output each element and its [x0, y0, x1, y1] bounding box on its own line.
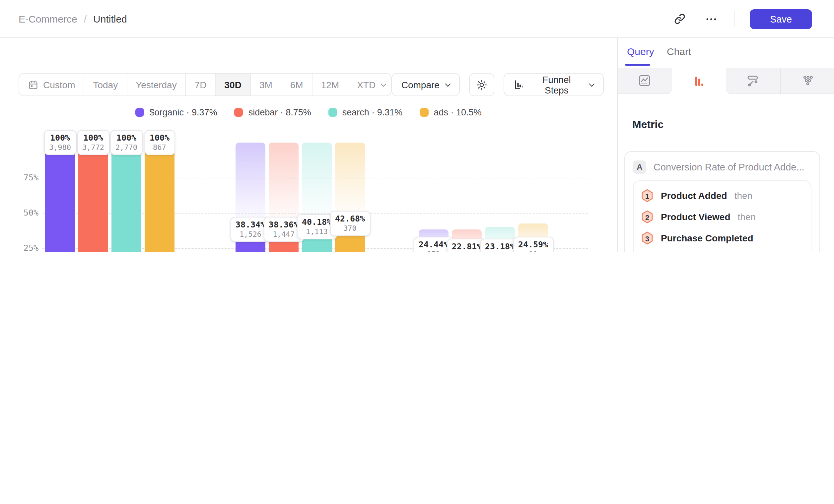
sidebar-tabs: Query Chart: [618, 38, 834, 68]
active-tab-underline: [625, 64, 650, 66]
bar-slot: 23.18%258: [485, 143, 515, 252]
plot-area: 100%3,980100%3,772100%2,770100%86738.34%…: [45, 143, 596, 252]
metric-card: A Conversion Rate of Product Adde... 1 P…: [624, 151, 820, 252]
funnel-step-group-2: 38.34%1,52638.36%1,44740.18%1,11342.68%3…: [236, 143, 365, 252]
funnel-step-group-1: 100%3,980100%3,772100%2,770100%867: [45, 143, 175, 252]
vertical-divider: [734, 11, 735, 27]
bar-slot: 100%2,770: [111, 143, 141, 252]
main-panel: Custom Today Yesterday 7D 30D 3M 6M 12M …: [0, 38, 617, 252]
tab-journeys[interactable]: [726, 68, 780, 94]
page-title[interactable]: Untitled: [93, 13, 127, 25]
funnel-step-2[interactable]: 2 Product Viewed then: [641, 210, 756, 224]
y-tick: 50%: [9, 208, 39, 217]
funnel-step-group-3: 24.44%37322.81%33023.18%25824.59%91: [419, 143, 548, 252]
bar-slot: 24.59%91: [518, 143, 548, 252]
bar-slot: 100%867: [145, 143, 175, 252]
step-number-badge: 1: [641, 189, 654, 202]
link-icon: [673, 13, 686, 25]
bar-value-label: 42.68%370: [330, 211, 370, 236]
metric-section-title: Metric: [632, 119, 663, 131]
bar-slot: 100%3,772: [78, 143, 108, 252]
more-options-button[interactable]: [703, 10, 720, 27]
bar-slot: 38.36%1,447: [269, 143, 299, 252]
save-button[interactable]: Save: [750, 9, 812, 29]
breadcrumb-separator: /: [84, 13, 87, 25]
funnel-bar-ads[interactable]: [145, 143, 175, 252]
y-tick: 75%: [9, 173, 39, 182]
breadcrumb-project[interactable]: E-Commerce: [19, 13, 77, 25]
share-link-button[interactable]: [671, 10, 688, 27]
ellipsis-icon: [705, 12, 718, 25]
app-window: E-Commerce / Untitled Save: [0, 0, 834, 252]
tab-line-chart[interactable]: [618, 68, 672, 94]
bar-slot: 24.44%373: [419, 143, 448, 252]
metric-header[interactable]: A Conversion Rate of Product Adde...: [633, 160, 805, 174]
bar-value-label: 100%3,980: [44, 130, 76, 155]
bar-slot: 38.34%1,526: [236, 143, 265, 252]
bar-slot: 100%3,980: [45, 143, 75, 252]
top-bar: E-Commerce / Untitled Save: [0, 0, 834, 38]
step-number-badge: 3: [641, 231, 654, 245]
bar-value-label: 100%3,772: [77, 130, 109, 155]
funnel-step-1[interactable]: 1 Product Added then: [641, 189, 752, 202]
journeys-flow-icon: [746, 74, 760, 88]
tab-chart[interactable]: Chart: [667, 46, 691, 57]
tab-funnel-chart[interactable]: [672, 68, 726, 94]
previous-step-ghost: [269, 143, 299, 230]
top-bar-actions: Save: [671, 0, 812, 38]
previous-step-ghost: [236, 143, 265, 230]
bar-slot: 42.68%370: [335, 143, 365, 252]
funnel-step-3[interactable]: 3 Purchase Completed: [641, 231, 753, 245]
funnel-bar-$organic[interactable]: [45, 143, 75, 252]
funnel-chart: 75% 50% 25% 0% 100%3,980100%3,772100%2,7…: [0, 38, 617, 252]
tab-query[interactable]: Query: [627, 46, 654, 57]
bar-value-label: 100%867: [144, 130, 175, 155]
bar-value-label: 100%2,770: [110, 130, 142, 155]
metric-badge: A: [633, 160, 646, 174]
line-chart-icon: [638, 74, 652, 88]
funnel-steps-card: 1 Product Added then 2 Product Viewed th…: [633, 180, 811, 252]
bar-slot: 22.81%330: [452, 143, 482, 252]
y-tick: 25%: [9, 243, 39, 252]
funnel-bar-sidebar[interactable]: [78, 143, 108, 252]
funnel-bar-search[interactable]: [111, 143, 141, 252]
chart-type-tabs: [618, 68, 834, 94]
retention-dots-icon: [801, 74, 815, 88]
breadcrumb: E-Commerce / Untitled: [19, 0, 127, 38]
metric-name: Conversion Rate of Product Adde...: [654, 162, 805, 173]
funnel-bars-icon: [692, 74, 706, 88]
tab-retention[interactable]: [780, 68, 834, 94]
step-number-badge: 2: [641, 210, 654, 224]
bar-slot: 40.18%1,113: [302, 143, 332, 252]
query-sidebar: Query Chart: [617, 38, 834, 252]
bar-value-label: 24.59%91: [513, 236, 553, 252]
